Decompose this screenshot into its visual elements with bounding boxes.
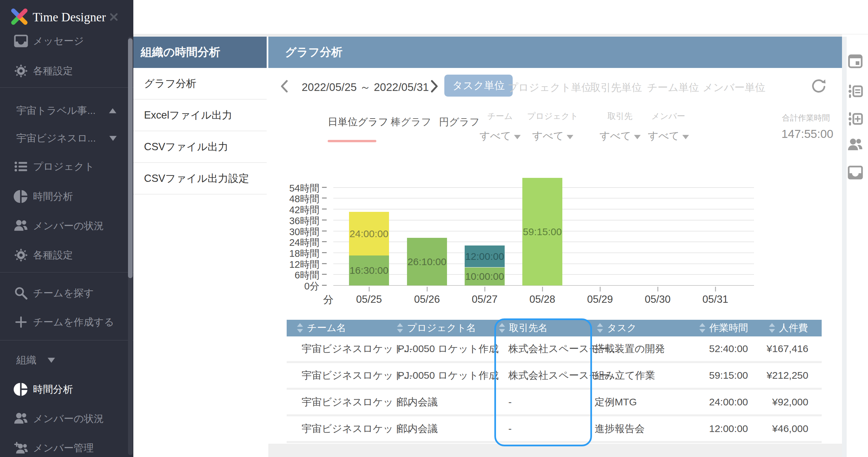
sort-icon (769, 322, 775, 334)
team-name: 宇宙トラベル事... (16, 104, 96, 118)
members-icon[interactable] (847, 137, 863, 153)
sidebar-item-settings-team[interactable]: 各種設定 (0, 244, 133, 266)
filter-team[interactable]: チーム すべて (475, 110, 525, 143)
column-header-work-time[interactable]: 作業時間 (699, 320, 748, 336)
expand-icon (109, 136, 117, 141)
top-header (133, 0, 868, 34)
dropdown-arrow-icon (567, 135, 574, 139)
total-work-time-value: 147:55:00 (781, 127, 833, 140)
search-icon (14, 286, 28, 300)
person-add-icon (14, 441, 28, 455)
filter-client[interactable]: 取引先 すべて (595, 110, 645, 143)
tab-client-unit[interactable]: 取引先単位 (590, 80, 642, 95)
filter-value: すべて (479, 130, 511, 141)
column-label: チーム名 (307, 321, 346, 335)
column-header-labor-cost[interactable]: 人件費 (769, 320, 808, 336)
cell-time: 59:15:00 (709, 363, 748, 388)
tray-icon[interactable] (847, 165, 863, 181)
panel-item-csv-export[interactable]: CSVファイル出力 (133, 131, 267, 163)
sidebar-team-toggle-2[interactable]: 宇宙ビジネスロ... (0, 128, 133, 149)
table-row[interactable]: 宇宙ビジネスロケット...PJ-0050 ロケット作成株式会社スペースモー...… (287, 363, 822, 390)
filter-member[interactable]: メンバー すべて (643, 110, 693, 143)
panel-item-csv-export-settings[interactable]: CSVファイル出力設定 (133, 163, 267, 195)
tray-icon (14, 34, 28, 48)
sidebar-item-label: 時間分析 (33, 190, 73, 203)
right-icon-rail (847, 37, 868, 457)
main-scrollbar-track[interactable] (842, 37, 847, 457)
date-range[interactable]: 2022/05/25 ～ 2022/05/31 (302, 80, 429, 95)
tab-project-unit[interactable]: プロジェクト単位 (508, 80, 592, 95)
divider (0, 87, 133, 88)
next-period-chevron-icon[interactable] (430, 80, 439, 93)
list-icon (14, 159, 28, 174)
sidebar-item-create-team[interactable]: チームを作成する (0, 312, 133, 333)
org-label: 組織 (16, 353, 36, 367)
sidebar-item-projects[interactable]: プロジェクト (0, 156, 133, 177)
cell-team: 宇宙ビジネスロケット... (302, 336, 412, 361)
table-row[interactable]: 宇宙ビジネスロケット...PJ-0050 ロケット作成株式会社スペースモー...… (287, 336, 822, 363)
sort-icon (499, 322, 505, 334)
refresh-icon[interactable] (810, 77, 827, 95)
cell-time: 52:40:00 (709, 336, 748, 361)
sidebar-item-members-org[interactable]: メンバーの状況 (0, 408, 133, 429)
cell-task: 搭載装置の開発 (595, 336, 665, 361)
sort-icon (297, 322, 303, 334)
sidebar-item-label: メンバー管理 (33, 442, 94, 455)
cell-project: PJ-0050 ロケット作成 (398, 336, 499, 361)
cell-time: 24:00:00 (709, 390, 748, 414)
sidebar-org-toggle[interactable]: 組織 (0, 350, 133, 371)
tab-member-unit[interactable]: メンバー単位 (703, 80, 765, 95)
tab-task-unit[interactable]: タスク単位 (444, 75, 513, 97)
tab-bar-graph[interactable]: 棒グラフ (391, 115, 431, 129)
tab-daily-graph[interactable]: 日単位グラフ (328, 115, 388, 129)
sidebar-item-members-team[interactable]: メンバーの状況 (0, 215, 133, 236)
column-label: 人件費 (779, 321, 808, 335)
table-row[interactable]: 宇宙ビジネスロケット...部内会議-定例MTG24:00:00¥92,000 (287, 390, 822, 416)
timeline-add-icon[interactable] (847, 111, 863, 127)
filter-project[interactable]: プロジェクト すべて (526, 110, 579, 143)
time-designer-logo-icon (9, 6, 30, 27)
tab-pie-graph[interactable]: 円グラフ (439, 115, 480, 129)
sidebar-team-toggle-1[interactable]: 宇宙トラベル事... (0, 100, 133, 121)
column-header-team[interactable]: チーム名 (297, 320, 346, 336)
filter-value: すべて (648, 130, 679, 141)
column-header-project[interactable]: プロジェクト名 (397, 320, 476, 336)
sidebar-item-label: メッセージ (33, 34, 84, 48)
cell-client: - (508, 416, 512, 441)
sidebar-item-label: チームを作成する (33, 316, 114, 329)
table-row[interactable]: 宇宙ビジネスロケット...部内会議-進捗報告会12:00:00¥46,000 (287, 416, 822, 443)
panel-item-excel-export[interactable]: Excelファイル出力 (133, 100, 267, 131)
column-label: 作業時間 (709, 321, 748, 335)
cell-team: 宇宙ビジネスロケット... (302, 390, 412, 414)
prev-period-chevron-icon[interactable] (280, 80, 289, 93)
sidebar-item-find-team[interactable]: チームを探す (0, 283, 133, 304)
cell-client: - (508, 390, 512, 414)
panel-item-graph-analysis[interactable]: グラフ分析 (133, 68, 267, 100)
tab-team-unit[interactable]: チーム単位 (647, 80, 699, 95)
sidebar-item-time-analysis-org[interactable]: 時間分析 (0, 379, 133, 400)
pie-chart-icon (14, 382, 28, 397)
column-label: 取引先名 (509, 321, 548, 335)
sidebar-item-messages[interactable]: メッセージ (0, 30, 133, 52)
sidebar-item-member-admin[interactable]: メンバー管理 (0, 437, 133, 457)
column-header-task[interactable]: タスク (597, 320, 637, 336)
close-sidebar-icon[interactable] (108, 12, 119, 22)
column-header-client[interactable]: 取引先名 (499, 320, 548, 336)
collapse-icon (109, 108, 116, 113)
cell-task: 組み立て作業 (595, 363, 655, 388)
filter-value: すべて (532, 130, 564, 141)
dropdown-arrow-icon (514, 135, 521, 139)
sidebar-scrollbar-thumb[interactable] (128, 38, 133, 278)
calendar-icon[interactable] (847, 53, 863, 69)
cell-task: 定例MTG (595, 390, 637, 414)
filter-label: チーム (475, 110, 525, 122)
column-label: プロジェクト名 (407, 321, 476, 335)
cell-cost: ¥167,416 (767, 336, 808, 361)
page-title: グラフ分析 (268, 37, 842, 68)
sidebar-item-label: 各種設定 (33, 249, 73, 262)
sidebar-item-settings-top[interactable]: 各種設定 (0, 60, 133, 81)
cell-project: 部内会議 (398, 416, 438, 441)
timeline-list-icon[interactable] (847, 83, 863, 99)
sidebar-item-time-analysis-team[interactable]: 時間分析 (0, 186, 133, 207)
dropdown-arrow-icon (634, 135, 641, 139)
